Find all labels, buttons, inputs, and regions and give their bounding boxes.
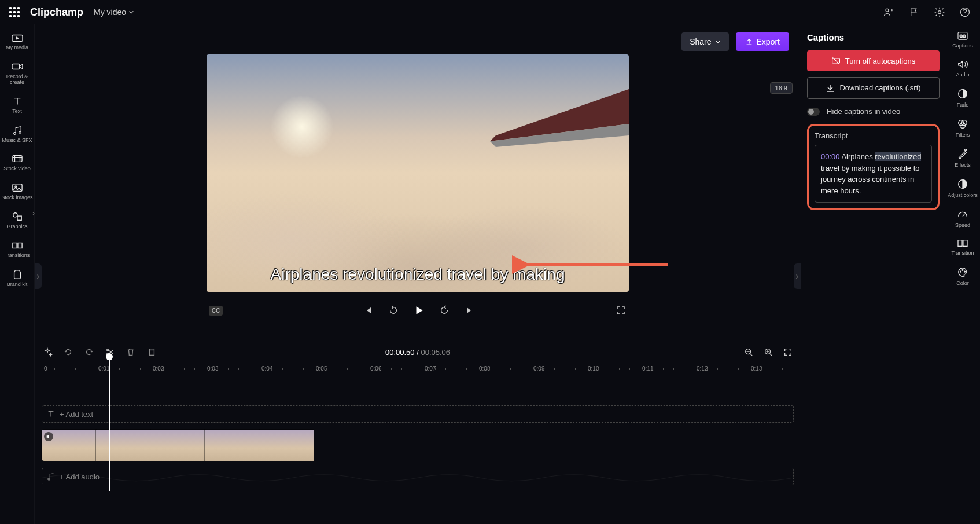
rsb-label: Effects [955,162,970,168]
rsb-effects[interactable]: Effects [945,148,980,168]
sidebar-label: Stock images [1,195,32,201]
svg-rect-28 [149,350,154,355]
sparkle-icon[interactable] [42,346,53,358]
ruler-mark: 0:11 [642,365,653,372]
download-captions-button[interactable]: Download captions (.srt) [807,77,940,99]
hide-captions-toggle[interactable] [807,108,820,116]
svg-point-26 [107,349,109,351]
fullscreen-icon[interactable] [615,305,627,316]
sidebar-label: Stock video [3,166,31,172]
video-track[interactable] [42,430,794,461]
ruler-mark: 0:09 [533,365,544,372]
sidebar-label: Record & create [0,74,35,86]
video-clip[interactable] [150,430,205,461]
sidebar-item-graphics[interactable]: Graphics [0,208,35,233]
skip-back-icon[interactable] [362,305,374,316]
sidebar-item-brand-kit[interactable]: Brand kit [0,266,35,291]
ruler-mark: 0:06 [370,365,381,372]
sidebar-label: Transitions [5,253,30,259]
export-button[interactable]: Export [736,32,789,51]
video-clip[interactable] [96,430,150,461]
rsb-captions[interactable]: CCCaptions [945,31,980,49]
play-icon[interactable] [413,305,425,316]
tracks: + Add text + Add audio [35,375,801,485]
text-track[interactable]: + Add text [42,405,794,423]
flag-icon[interactable] [908,6,920,18]
rsb-fade[interactable]: Fade [945,88,980,108]
rsb-label: Filters [956,132,970,138]
zoom-out-icon[interactable] [743,346,754,358]
rsb-color[interactable]: Color [945,266,980,286]
rsb-label: Audio [956,72,969,78]
playhead[interactable] [109,358,110,491]
redo-icon[interactable] [83,346,95,358]
help-icon[interactable] [959,6,971,18]
panel-title: Captions [807,32,940,42]
main-area: Share Export 16:9 Airplanes revolutioniz… [35,24,801,343]
skip-forward-icon[interactable] [464,305,476,316]
transcript-entry[interactable]: 00:00 Airplanes revolutionized travel by… [815,145,932,203]
invite-icon[interactable] [883,6,894,18]
rsb-transition[interactable]: Transition [945,239,980,256]
rsb-label: Transition [951,250,974,256]
trash-icon[interactable] [125,346,137,358]
forward-icon[interactable] [439,305,450,316]
svg-rect-10 [12,243,16,248]
waveform [42,468,793,485]
chevron-down-icon [715,39,721,45]
ruler-mark: 0:03 [207,365,218,372]
undo-icon[interactable] [62,346,74,358]
audio-track[interactable]: + Add audio [42,468,794,485]
hide-captions-toggle-row: Hide captions in video [807,107,940,116]
sidebar-item-stock-video[interactable]: Stock video [0,150,35,175]
sidebar-item-record[interactable]: Record & create [0,58,35,89]
video-clip[interactable] [205,430,259,461]
rsb-filters[interactable]: Filters [945,118,980,138]
rewind-icon[interactable] [388,305,399,316]
turn-off-autocaptions-button[interactable]: Turn off autocaptions [807,50,940,71]
sidebar-item-stock-images[interactable]: Stock images [0,179,35,204]
preview-image [207,54,629,292]
aspect-ratio-badge[interactable]: 16:9 [770,82,793,94]
sidebar-label: My media [6,45,28,51]
upload-icon [745,38,753,46]
chevron-down-icon [128,9,134,15]
sidebar-item-my-media[interactable]: My media [0,29,35,54]
video-clip[interactable] [259,430,314,461]
share-button[interactable]: Share [681,32,728,51]
zoom-in-icon[interactable] [762,346,774,358]
captions-panel: Captions Turn off autocaptions Download … [801,24,945,524]
rsb-speed[interactable]: Speed [945,208,980,228]
panel-collapse-handle[interactable]: › [794,263,801,289]
caption-overlay: Airplanes revolutionized travel by makin… [271,265,565,284]
sidebar-item-transitions[interactable]: Transitions [0,237,35,262]
svg-point-25 [964,271,966,272]
video-clip[interactable] [42,430,96,461]
rsb-label: Fade [957,102,969,108]
copy-icon[interactable] [146,346,157,358]
playback-controls: CC [207,305,629,316]
time-current: 00:00.50 [385,348,415,357]
svg-point-8 [13,213,17,217]
svg-rect-5 [12,156,21,162]
rsb-adjust-colors[interactable]: Adjust colors [945,178,980,198]
fit-icon[interactable] [782,346,794,358]
sidebar-item-text[interactable]: Text [0,93,35,118]
rsb-label: Adjust colors [948,192,978,198]
sidebar-item-music[interactable]: Music & SFX [0,122,35,147]
timeline-ruler[interactable]: 00:010:020:030:040:050:060:070:080:090:1… [35,364,801,375]
app-launcher-icon[interactable] [9,7,20,17]
project-name-dropdown[interactable]: My video [94,8,134,17]
cc-toggle[interactable]: CC [209,306,223,316]
airplane-wing [478,83,629,164]
svg-rect-21 [958,240,962,247]
rsb-audio[interactable]: Audio [945,59,980,78]
video-preview[interactable]: Airplanes revolutionized travel by makin… [207,54,629,292]
transcript-text-highlight: revolutionized [875,152,921,161]
timeline-area: 00:00.50 / 00:05.06 00:010:020:030:040:0… [35,343,801,493]
top-bar: Clipchamp My video [0,0,980,24]
share-label: Share [690,37,711,46]
ruler-mark: 0:07 [425,365,436,372]
gear-icon[interactable] [934,6,945,18]
download-label: Download captions (.srt) [839,83,920,93]
